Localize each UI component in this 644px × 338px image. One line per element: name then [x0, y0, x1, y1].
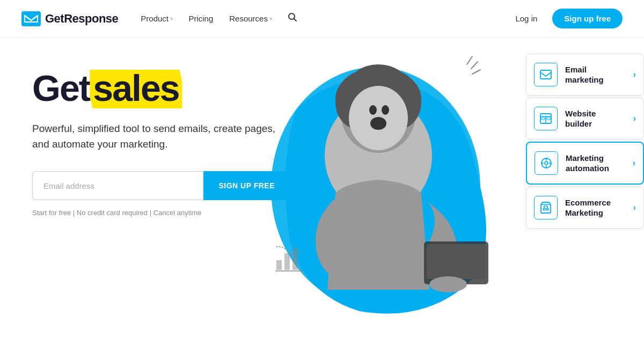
svg-line-5 — [472, 70, 480, 74]
svg-rect-20 — [427, 244, 486, 279]
website-builder-text: Websitebuilder — [565, 108, 626, 129]
nav-pricing[interactable]: Pricing — [182, 10, 219, 27]
ecommerce-marketing-title: EcommerceMarketing — [565, 197, 626, 218]
deco-lines — [440, 54, 483, 97]
headline-start: Get — [32, 68, 90, 108]
nav-right: Log in Sign up free — [509, 9, 623, 28]
signup-button[interactable]: Sign up free — [552, 9, 623, 28]
svg-rect-26 — [541, 117, 545, 120]
headline-highlight: sales — [90, 70, 182, 108]
svg-line-3 — [467, 56, 472, 64]
svg-line-4 — [471, 62, 478, 69]
hero-headline: Getsales — [32, 70, 290, 108]
website-builder-arrow-icon: › — [633, 114, 636, 123]
resources-chevron-icon: › — [270, 16, 272, 21]
email-marketing-text: Emailmarketing — [565, 64, 626, 85]
feature-card-website-builder[interactable]: Websitebuilder › — [526, 98, 644, 139]
search-icon — [288, 12, 297, 22]
marketing-automation-icon — [535, 151, 558, 175]
logo[interactable]: GetResponse — [21, 11, 118, 26]
feature-card-marketing-automation[interactable]: Marketingautomation › — [526, 142, 644, 185]
ecommerce-marketing-text: EcommerceMarketing — [565, 197, 626, 218]
login-button[interactable]: Log in — [509, 10, 544, 27]
hero-subheadline: Powerful, simplified tool to send emails… — [32, 121, 290, 152]
svg-rect-22 — [540, 70, 551, 79]
website-builder-title: Websitebuilder — [565, 108, 626, 129]
svg-point-21 — [429, 276, 467, 292]
ecommerce-marketing-icon — [534, 196, 558, 219]
search-button[interactable] — [281, 8, 304, 29]
feature-card-ecommerce-marketing[interactable]: EcommerceMarketing › — [526, 187, 644, 229]
svg-point-18 — [370, 117, 386, 130]
hero-left: Getsales Powerful, simplified tool to se… — [0, 38, 311, 338]
feature-cards: Emailmarketing › Websitebuilder › — [526, 54, 644, 229]
email-form: SIGN UP FREE — [32, 171, 290, 200]
form-disclaimer: Start for free | No credit card required… — [32, 209, 290, 217]
marketing-automation-title: Marketingautomation — [566, 153, 625, 174]
signup-form-button[interactable]: SIGN UP FREE — [203, 171, 290, 200]
hero-section: Getsales Powerful, simplified tool to se… — [0, 38, 644, 338]
svg-point-16 — [369, 105, 377, 115]
ecommerce-marketing-arrow-icon: › — [633, 203, 636, 212]
logo-icon — [21, 11, 41, 26]
marketing-automation-text: Marketingautomation — [566, 153, 625, 174]
email-marketing-title: Emailmarketing — [565, 64, 626, 85]
navbar: GetResponse Product › Pricing Resources … — [0, 0, 644, 38]
website-builder-icon — [534, 107, 558, 130]
email-input[interactable] — [32, 171, 203, 200]
svg-point-17 — [382, 105, 389, 115]
email-marketing-icon — [534, 63, 558, 86]
svg-rect-27 — [547, 117, 550, 120]
nav-resources[interactable]: Resources › — [223, 10, 278, 27]
marketing-automation-arrow-icon: › — [633, 158, 635, 168]
nav-links: Product › Pricing Resources › — [134, 8, 509, 29]
product-chevron-icon: › — [171, 16, 172, 21]
logo-text: GetResponse — [45, 12, 118, 26]
email-marketing-arrow-icon: › — [633, 70, 636, 79]
nav-product[interactable]: Product › — [134, 10, 179, 27]
feature-card-email-marketing[interactable]: Emailmarketing › — [526, 54, 644, 95]
svg-point-29 — [545, 161, 548, 165]
